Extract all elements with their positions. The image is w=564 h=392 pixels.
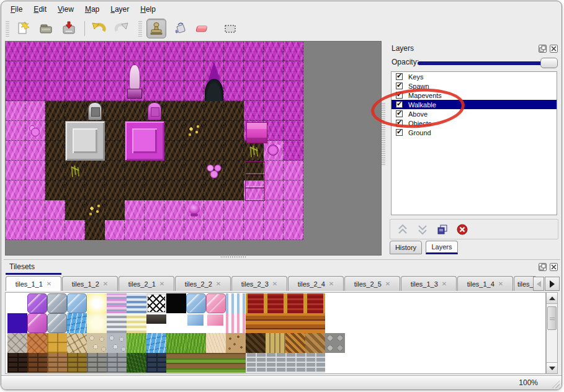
map-tile-r5-c1[interactable] (25, 141, 45, 161)
palette-tile-r0-c13[interactable] (266, 293, 285, 313)
tileset-tab-tiles_2_1[interactable]: tiles_2_1✕ (119, 276, 174, 291)
map-tile-r3-c0[interactable] (6, 101, 25, 121)
palette-tile-r0-c4[interactable] (87, 293, 107, 313)
move-layer-up-button[interactable] (395, 222, 410, 237)
map-tile-r1-c7[interactable] (145, 61, 164, 81)
palette-tile-r0-c7[interactable] (146, 293, 166, 313)
palette-tile-r1-c8[interactable] (166, 313, 186, 333)
map-tile-r5-c5[interactable] (105, 141, 125, 161)
map-tile-r4-c14[interactable] (284, 121, 303, 141)
palette-tile-r2-c14[interactable] (285, 333, 305, 353)
menu-help[interactable]: Help (135, 2, 161, 17)
layer-visibility-checkbox[interactable] (396, 110, 403, 117)
tileset-tab-tiles_2_2[interactable]: tiles_2_2✕ (175, 276, 231, 291)
map-tile-r5-c12[interactable] (244, 141, 264, 161)
palette-tile-r3-c16[interactable] (325, 353, 345, 373)
map-canvas[interactable] (6, 42, 303, 240)
map-tile-r5-c6[interactable] (125, 141, 145, 161)
map-tile-r7-c12[interactable] (244, 180, 264, 200)
map-tile-r0-c8[interactable] (164, 42, 184, 61)
palette-tile-r0-c11[interactable] (226, 293, 246, 313)
map-tile-r3-c6[interactable] (125, 101, 145, 121)
map-tile-r4-c8[interactable] (164, 121, 184, 141)
palette-tile-r2-c10[interactable] (206, 333, 226, 353)
map-tile-r0-c11[interactable] (224, 42, 244, 61)
map-tile-r9-c9[interactable] (184, 220, 204, 240)
map-tile-r0-c12[interactable] (244, 42, 264, 61)
map-tile-r6-c5[interactable] (105, 161, 125, 180)
map-tile-r6-c6[interactable] (125, 161, 145, 180)
tileset-tab-tiles_1_2[interactable]: tiles_1_2✕ (62, 276, 118, 291)
tileset-tab-tiles_2_5[interactable]: tiles_2_5✕ (344, 276, 400, 291)
tilesets-dock-close-button[interactable] (550, 263, 558, 271)
palette-scrollbar[interactable] (546, 292, 558, 374)
palette-tile-r1-c16[interactable] (325, 313, 345, 333)
stamp-tool-button[interactable] (146, 19, 166, 38)
map-tile-r0-c14[interactable] (284, 42, 303, 61)
map-tile-r0-c9[interactable] (184, 42, 204, 61)
menu-edit[interactable]: Edit (28, 2, 52, 17)
palette-tile-r3-c6[interactable] (127, 353, 146, 373)
palette-tile-r2-c6[interactable] (127, 333, 146, 353)
map-tile-r2-c4[interactable] (85, 81, 105, 101)
map-tile-r2-c9[interactable] (184, 81, 204, 101)
map-tile-r7-c8[interactable] (164, 180, 184, 200)
palette-tile-r0-c12[interactable] (246, 293, 266, 313)
map-tile-r3-c4[interactable] (85, 101, 105, 121)
palette-tile-r1-c9[interactable] (186, 313, 206, 333)
map-tile-r3-c8[interactable] (164, 101, 184, 121)
scroll-down-button[interactable] (547, 362, 557, 373)
map-tile-r5-c11[interactable] (224, 141, 244, 161)
map-tile-r4-c13[interactable] (264, 121, 284, 141)
map-tile-r2-c14[interactable] (284, 81, 303, 101)
palette-tile-r1-c1[interactable] (27, 313, 47, 333)
fill-tool-button[interactable] (171, 19, 189, 38)
palette-tile-r1-c2[interactable] (47, 313, 67, 333)
menu-view[interactable]: View (52, 2, 79, 17)
tileset-tab-tiles_1_3[interactable]: tiles_1_3✕ (401, 276, 457, 291)
palette-tile-r3-c13[interactable] (266, 353, 285, 373)
map-tile-r4-c0[interactable] (6, 121, 25, 141)
palette-tile-r0-c15[interactable] (305, 293, 325, 313)
map-tile-r3-c7[interactable] (145, 101, 164, 121)
palette-tile-r0-c8[interactable] (166, 293, 186, 313)
palette-tile-r2-c3[interactable] (67, 333, 87, 353)
palette-tile-r1-c5[interactable] (107, 313, 127, 333)
map-tile-r1-c14[interactable] (284, 61, 303, 81)
palette-tile-r3-c5[interactable] (107, 353, 127, 373)
palette-tile-r2-c7[interactable] (146, 333, 166, 353)
map-tile-r8-c9[interactable] (184, 200, 204, 220)
map-tile-r8-c8[interactable] (164, 200, 184, 220)
map-tile-r2-c0[interactable] (6, 81, 25, 101)
map-tile-r0-c3[interactable] (65, 42, 85, 61)
tileset-tab-tiles_1_1[interactable]: tiles_1_1✕ (6, 276, 61, 291)
palette-tile-r3-c11[interactable] (226, 353, 246, 373)
map-tile-r3-c5[interactable] (105, 101, 125, 121)
tabs-scroll-left-button[interactable] (533, 277, 544, 291)
map-tile-r2-c5[interactable] (105, 81, 125, 101)
palette-tile-r1-c4[interactable] (87, 313, 107, 333)
map-tile-r2-c10[interactable] (204, 81, 224, 101)
map-tile-r6-c14[interactable] (284, 161, 303, 180)
map-tile-r8-c11[interactable] (224, 200, 244, 220)
map-tile-r0-c2[interactable] (45, 42, 65, 61)
map-tile-r0-c13[interactable] (264, 42, 284, 61)
map-tile-r5-c14[interactable] (284, 141, 303, 161)
layers-dock-close-button[interactable] (550, 45, 558, 53)
map-tile-r8-c6[interactable] (125, 200, 145, 220)
palette-tile-r2-c12[interactable] (246, 333, 266, 353)
map-tile-r8-c1[interactable] (25, 200, 45, 220)
map-tile-r8-c12[interactable] (244, 200, 264, 220)
map-tile-r9-c12[interactable] (244, 220, 264, 240)
map-tile-r7-c3[interactable] (65, 180, 85, 200)
map-tile-r7-c11[interactable] (224, 180, 244, 200)
palette-tile-r0-c0[interactable] (7, 293, 27, 313)
map-tile-r9-c13[interactable] (264, 220, 284, 240)
map-tile-r0-c4[interactable] (85, 42, 105, 61)
map-tile-r4-c9[interactable] (184, 121, 204, 141)
palette-tile-r0-c2[interactable] (47, 293, 67, 313)
palette-tile-r2-c0[interactable] (7, 333, 27, 353)
dock-tab-layers[interactable]: Layers (426, 241, 458, 254)
map-tile-r8-c0[interactable] (6, 200, 25, 220)
map-tile-r7-c10[interactable] (204, 180, 224, 200)
